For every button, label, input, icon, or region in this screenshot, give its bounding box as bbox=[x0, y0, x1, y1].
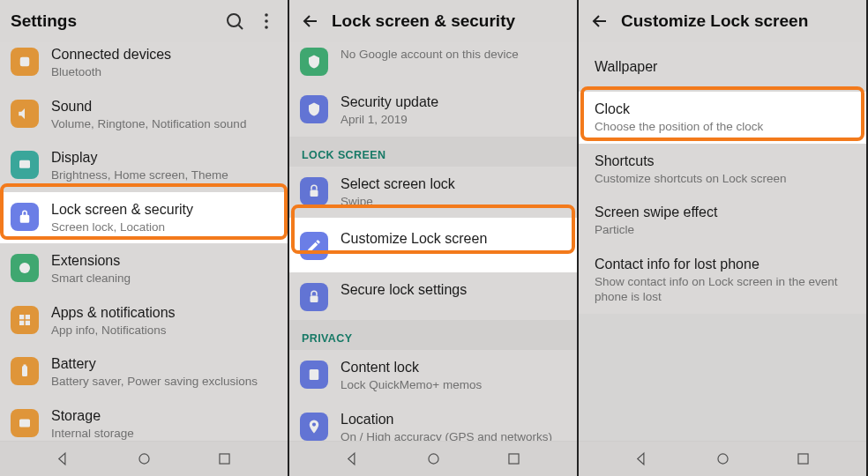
item-subtitle: App info, Notifications bbox=[51, 323, 275, 338]
settings-item-display[interactable]: DisplayBrightness, Home screen, Theme bbox=[0, 140, 288, 192]
settings-item-storage[interactable]: StorageInternal storage bbox=[0, 398, 288, 441]
apps-icon bbox=[11, 306, 39, 334]
android-navbar bbox=[579, 441, 866, 476]
nav-back-button[interactable] bbox=[46, 442, 81, 477]
item-location[interactable]: LocationOn / High accuracy (GPS and netw… bbox=[289, 402, 577, 441]
svg-point-2 bbox=[265, 13, 268, 17]
android-navbar bbox=[289, 441, 577, 476]
nav-home-button[interactable] bbox=[126, 442, 161, 477]
item-subtitle: Smart cleaning bbox=[51, 271, 275, 286]
location-icon bbox=[300, 413, 328, 441]
item-title: Secure lock settings bbox=[340, 281, 565, 299]
item-title: Storage bbox=[51, 407, 275, 425]
item-subtitle: Screen lock, Location bbox=[51, 219, 275, 235]
svg-point-3 bbox=[265, 19, 268, 23]
item-clock[interactable]: ClockChoose the position of the clock bbox=[579, 92, 866, 144]
svg-line-1 bbox=[239, 26, 243, 30]
item-customize-lock-screen[interactable]: Customize Lock screen bbox=[289, 218, 577, 272]
svg-rect-14 bbox=[19, 419, 30, 427]
svg-point-7 bbox=[19, 263, 30, 273]
item-title: Screen swipe effect bbox=[595, 204, 854, 221]
nav-back-button[interactable] bbox=[335, 442, 370, 477]
settings-item-apps-notifications[interactable]: Apps & notificationsApp info, Notificati… bbox=[0, 295, 288, 347]
customize-icon bbox=[300, 232, 328, 260]
item-google-play-protect[interactable]: No Google account on this device bbox=[289, 42, 577, 85]
svg-rect-22 bbox=[509, 454, 519, 464]
item-wallpaper[interactable]: Wallpaper bbox=[579, 42, 866, 92]
settings-panel: Settings Connected devicesBluetooth Soun… bbox=[0, 0, 289, 476]
item-title: Sound bbox=[51, 98, 275, 115]
item-security-update[interactable]: Security updateApril 1, 2019 bbox=[289, 85, 577, 137]
item-title: Lock screen & security bbox=[51, 201, 275, 219]
play-protect-icon bbox=[300, 48, 328, 76]
item-subtitle: Customize shortcuts on Lock screen bbox=[595, 171, 854, 187]
storage-icon bbox=[11, 409, 39, 437]
item-subtitle: No Google account on this device bbox=[340, 47, 565, 63]
item-subtitle: Brightness, Home screen, Theme bbox=[51, 167, 275, 183]
back-arrow-icon[interactable] bbox=[300, 11, 321, 32]
page-title: Lock screen & security bbox=[332, 11, 566, 31]
svg-rect-19 bbox=[311, 296, 318, 303]
search-icon[interactable] bbox=[224, 11, 245, 32]
svg-rect-8 bbox=[19, 315, 24, 319]
svg-rect-12 bbox=[22, 366, 27, 376]
item-title: Contact info for lost phone bbox=[595, 256, 854, 273]
settings-item-battery[interactable]: BatteryBattery saver, Power saving exclu… bbox=[0, 346, 288, 398]
item-title: Apps & notifications bbox=[51, 304, 275, 322]
item-title: Display bbox=[51, 149, 275, 167]
item-title: Connected devices bbox=[51, 46, 275, 63]
lock-screen-list: No Google account on this device Securit… bbox=[289, 42, 577, 441]
item-secure-lock-settings[interactable]: Secure lock settings bbox=[289, 272, 577, 320]
settings-item-connected-devices[interactable]: Connected devicesBluetooth bbox=[0, 42, 288, 89]
back-arrow-icon[interactable] bbox=[589, 11, 610, 32]
item-subtitle: Volume, Ringtone, Notification sound bbox=[51, 116, 275, 132]
svg-rect-6 bbox=[19, 160, 30, 168]
nav-home-button[interactable] bbox=[415, 442, 451, 477]
item-screen-swipe-effect[interactable]: Screen swipe effectParticle bbox=[579, 195, 866, 247]
section-header-lock-screen: LOCK SCREEN bbox=[289, 137, 577, 167]
item-shortcuts[interactable]: ShortcutsCustomize shortcuts on Lock scr… bbox=[579, 144, 866, 196]
page-title: Customize Lock screen bbox=[621, 11, 856, 31]
item-title: Clock bbox=[595, 100, 854, 118]
header: Lock screen & security bbox=[289, 0, 577, 42]
section-header-privacy: PRIVACY bbox=[289, 320, 577, 350]
item-select-screen-lock[interactable]: Select screen lockSwipe bbox=[289, 167, 577, 219]
security-update-icon bbox=[300, 95, 328, 123]
extensions-icon bbox=[11, 254, 39, 282]
item-title: Content lock bbox=[340, 359, 565, 376]
lock-icon bbox=[11, 203, 39, 231]
settings-item-extensions[interactable]: ExtensionsSmart cleaning bbox=[0, 243, 288, 295]
svg-point-4 bbox=[265, 26, 268, 29]
item-subtitle: On / High accuracy (GPS and networks) bbox=[340, 429, 565, 441]
item-contact-info[interactable]: Contact info for lost phoneShow contact … bbox=[579, 247, 866, 314]
content-lock-icon bbox=[300, 361, 328, 389]
nav-recent-button[interactable] bbox=[207, 442, 243, 477]
nav-recent-button[interactable] bbox=[497, 442, 532, 477]
overflow-icon[interactable] bbox=[256, 11, 277, 32]
item-title: Customize Lock screen bbox=[340, 230, 565, 248]
item-title: Extensions bbox=[51, 252, 275, 270]
item-subtitle: Swipe bbox=[340, 194, 565, 210]
settings-item-sound[interactable]: SoundVolume, Ringtone, Notification soun… bbox=[0, 89, 288, 141]
connected-devices-icon bbox=[11, 48, 39, 76]
battery-icon bbox=[11, 357, 39, 385]
android-navbar bbox=[0, 441, 288, 476]
page-title: Settings bbox=[11, 11, 213, 31]
svg-rect-5 bbox=[20, 57, 30, 67]
item-title: Location bbox=[340, 411, 565, 428]
nav-back-button[interactable] bbox=[625, 442, 660, 477]
item-subtitle: April 1, 2019 bbox=[340, 112, 565, 128]
svg-rect-24 bbox=[798, 454, 808, 464]
item-subtitle: Internal storage bbox=[51, 426, 275, 441]
nav-recent-button[interactable] bbox=[786, 442, 821, 477]
display-icon bbox=[11, 151, 39, 179]
nav-home-button[interactable] bbox=[705, 442, 740, 477]
item-content-lock[interactable]: Content lockLock QuickMemo+ memos bbox=[289, 350, 577, 402]
item-subtitle: Battery saver, Power saving exclusions bbox=[51, 374, 275, 390]
header: Customize Lock screen bbox=[579, 0, 866, 42]
secure-lock-icon bbox=[300, 283, 328, 311]
svg-point-16 bbox=[138, 454, 148, 464]
item-title: Security update bbox=[340, 93, 565, 111]
item-subtitle: Bluetooth bbox=[51, 64, 275, 80]
settings-item-lock-screen-security[interactable]: Lock screen & securityScreen lock, Locat… bbox=[0, 192, 288, 244]
